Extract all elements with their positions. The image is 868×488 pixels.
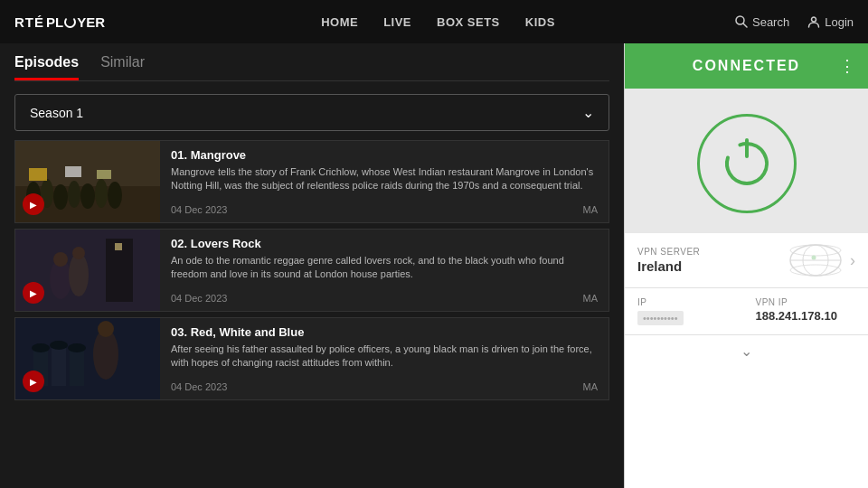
svg-rect-12: [29, 168, 47, 181]
logo-rte: RTÉ: [14, 14, 44, 30]
tab-similar[interactable]: Similar: [100, 54, 145, 80]
tabs-bar: Episodes Similar: [14, 54, 609, 81]
season-label: Season 1: [30, 106, 83, 120]
play-button-3[interactable]: ▶: [23, 371, 44, 392]
svg-point-38: [790, 265, 841, 276]
vpn-server-text: VPN SERVER Ireland: [637, 247, 781, 274]
vpn-menu-dots[interactable]: ⋮: [839, 56, 855, 76]
svg-point-28: [32, 343, 50, 352]
vpn-header: CONNECTED ⋮: [625, 43, 868, 89]
vpn-info-section: VPN SERVER Ireland › IP •: [625, 233, 868, 488]
user-icon: [807, 15, 820, 28]
episode-date-1: 04 Dec 2023: [171, 204, 227, 215]
svg-point-39: [812, 256, 816, 260]
episode-desc-2: An ode to the romantic reggae genre call…: [171, 254, 598, 287]
login-button[interactable]: Login: [807, 15, 854, 29]
episode-info-2: 02. Lovers Rock An ode to the romantic r…: [160, 230, 609, 311]
episode-thumbnail-2: ▶: [15, 230, 160, 311]
vpn-ip-row: IP •••••••••• VPN IP 188.241.178.10: [625, 288, 868, 335]
logo-power-icon: [64, 16, 76, 28]
svg-point-8: [68, 181, 80, 208]
svg-point-30: [68, 343, 86, 352]
logo-area: RTÉ PLYER: [14, 14, 105, 30]
episode-info-1: 01. Mangrove Mangrove tells the story of…: [160, 141, 609, 222]
play-button-2[interactable]: ▶: [23, 282, 44, 304]
vpn-power-circle[interactable]: [697, 114, 797, 213]
vpn-ip-item: IP ••••••••••: [637, 297, 738, 325]
chevron-down-icon: ⌄: [582, 104, 594, 121]
episode-date-3: 04 Dec 2023: [171, 381, 227, 392]
vpn-bottom-chevron[interactable]: ⌄: [625, 335, 868, 367]
main-nav: HOME LIVE BOX SETS KIDS: [141, 15, 735, 29]
vpn-vpn-ip-label: VPN IP: [756, 297, 856, 307]
svg-point-32: [98, 321, 114, 337]
vpn-vpn-ip-item: VPN IP 188.241.178.10: [756, 297, 856, 325]
svg-point-22: [72, 247, 85, 259]
header-right: Search Login: [735, 15, 854, 29]
episode-desc-3: After seeing his father assaulted by pol…: [171, 343, 598, 376]
svg-point-7: [53, 184, 68, 210]
vpn-panel: CONNECTED ⋮ VPN SERVER Ireland: [624, 43, 868, 488]
svg-rect-18: [115, 243, 122, 250]
episode-thumbnail-1: ▶: [15, 141, 160, 222]
svg-rect-27: [70, 350, 84, 386]
episode-title-3: 03. Red, White and Blue: [171, 325, 598, 339]
svg-line-1: [743, 23, 747, 27]
nav-kids[interactable]: KIDS: [525, 15, 555, 29]
vpn-vpn-ip-value: 188.241.178.10: [756, 309, 856, 323]
episode-meta-3: 04 Dec 2023 MA: [171, 381, 598, 392]
search-icon: [735, 15, 748, 28]
episode-thumbnail-3: ▶: [15, 318, 160, 399]
episode-meta-2: 04 Dec 2023 MA: [171, 293, 598, 304]
vpn-status-text: CONNECTED: [693, 58, 800, 74]
logo-player-text: PL: [46, 14, 63, 30]
vpn-server-value: Ireland: [637, 258, 781, 274]
episode-item[interactable]: ▶ 03. Red, White and Blue After seeing h…: [14, 317, 609, 400]
vpn-ip-masked: ••••••••••: [637, 311, 684, 325]
left-panel: Episodes Similar Season 1 ⌄: [0, 43, 624, 488]
vpn-map-icon: [788, 242, 843, 278]
nav-home[interactable]: HOME: [321, 15, 358, 29]
episode-item[interactable]: ▶ 01. Mangrove Mangrove tells the story …: [14, 140, 609, 223]
vpn-server-chevron: ›: [850, 251, 855, 270]
episode-title-2: 02. Lovers Rock: [171, 237, 598, 250]
search-button[interactable]: Search: [735, 15, 789, 29]
episode-item[interactable]: ▶ 02. Lovers Rock An ode to the romantic…: [14, 229, 609, 312]
tab-episodes[interactable]: Episodes: [14, 54, 79, 80]
svg-point-9: [80, 183, 95, 209]
episode-rating-2: MA: [583, 293, 599, 304]
play-button-1[interactable]: ▶: [23, 193, 44, 215]
vpn-server-row[interactable]: VPN SERVER Ireland ›: [625, 233, 868, 288]
nav-box-sets[interactable]: BOX SETS: [437, 15, 500, 29]
vpn-power-area: [625, 89, 868, 233]
svg-point-11: [108, 182, 122, 209]
svg-point-2: [812, 17, 816, 22]
vpn-ip-label: IP: [637, 297, 738, 307]
svg-point-29: [50, 341, 68, 350]
svg-rect-26: [52, 347, 66, 386]
main-content: Episodes Similar Season 1 ⌄: [0, 43, 868, 488]
episode-rating-1: MA: [583, 204, 599, 215]
header: RTÉ PLYER HOME LIVE BOX SETS KIDS Search…: [0, 0, 868, 43]
nav-live[interactable]: LIVE: [383, 15, 411, 29]
season-dropdown[interactable]: Season 1 ⌄: [14, 94, 609, 131]
episode-date-2: 04 Dec 2023: [171, 293, 227, 304]
svg-point-21: [53, 252, 68, 267]
episode-info-3: 03. Red, White and Blue After seeing his…: [160, 318, 609, 399]
logo-player-end: YER: [77, 14, 105, 30]
svg-point-10: [95, 179, 108, 208]
svg-rect-13: [65, 166, 81, 177]
svg-point-37: [790, 245, 841, 256]
vpn-power-icon: [720, 136, 774, 191]
chevron-down-icon: ⌄: [741, 343, 752, 360]
episode-meta-1: 04 Dec 2023 MA: [171, 204, 598, 215]
episode-desc-1: Mangrove tells the story of Frank Crichl…: [171, 165, 598, 199]
episode-rating-3: MA: [583, 381, 599, 392]
svg-point-20: [69, 253, 89, 296]
vpn-server-label: VPN SERVER: [637, 247, 781, 257]
svg-rect-14: [97, 170, 111, 179]
episode-title-1: 01. Mangrove: [171, 148, 598, 162]
